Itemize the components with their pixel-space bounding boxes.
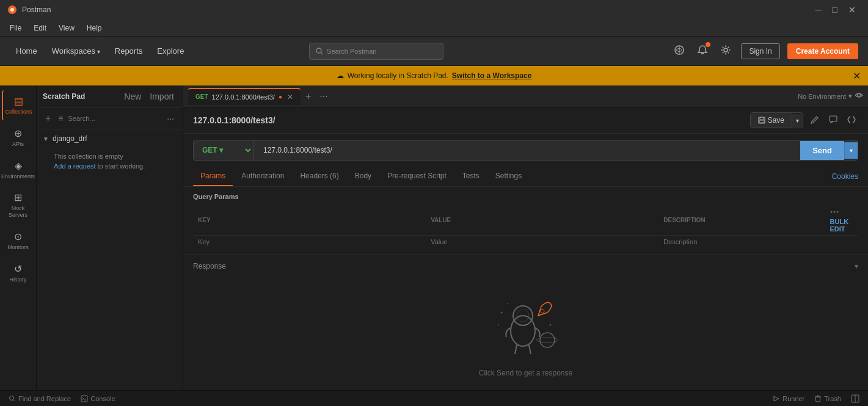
active-tab[interactable]: GET 127.0.0.1:8000/test3/ ● ✕ [188,88,301,105]
code-icon-btn[interactable] [845,113,858,128]
comment-icon [829,115,837,124]
nav-explore[interactable]: Explore [151,44,190,58]
desc-input[interactable] [663,238,820,245]
add-tab-button[interactable]: + [302,91,315,102]
url-input[interactable] [258,141,795,159]
sidebar-history-label: History [9,277,26,283]
tab-headers[interactable]: Headers (6) [293,167,346,186]
request-area: GET 127.0.0.1:8000/test3/ ● ✕ + ··· No E… [183,85,868,390]
close-button[interactable]: ✕ [844,5,861,15]
new-button[interactable]: New [122,90,144,103]
filter-btn[interactable]: ≡ [56,112,65,125]
send-main-button[interactable]: Send [800,141,844,160]
bulk-edit-btn[interactable]: Bulk Edit [830,218,849,233]
astronaut-illustration [489,288,563,361]
import-button[interactable]: Import [147,90,177,103]
banner-icon: ☁ [337,71,344,80]
query-params-title: Query Params [193,193,858,200]
send-button-group: Send ▾ [800,141,858,160]
sidebar-item-apis[interactable]: ⊕ APIs [2,123,35,153]
switch-workspace-link[interactable]: Switch to a Workspace [452,71,531,80]
collection-django-drf[interactable]: ▼ django_drf [37,129,183,148]
key-input[interactable] [198,238,421,245]
settings-btn[interactable] [718,42,734,60]
desc-input-cell[interactable] [658,236,825,248]
workspace-banner: ☁ Working locally in Scratch Pad. Switch… [0,66,868,85]
layout-btn[interactable] [848,394,862,403]
sidebar-item-monitors[interactable]: ⊙ Monitors [2,226,35,256]
sidebar-mock-label: Mock Servers [4,205,32,219]
menu-help[interactable]: Help [82,22,107,34]
gear-icon [720,45,731,56]
tab-close-icon[interactable]: ✕ [287,93,293,101]
sidebar-item-collections[interactable]: ▤ Collections [2,90,35,120]
svg-rect-11 [830,116,837,121]
env-dropdown-icon[interactable]: ▾ [848,92,852,100]
create-account-button[interactable]: Create Account [787,43,858,59]
tab-pre-request[interactable]: Pre-request Script [380,167,454,186]
add-request-link[interactable]: Add a request [54,162,96,170]
env-visibility-toggle[interactable] [855,91,863,101]
tab-body[interactable]: Body [348,167,379,186]
svg-line-3 [321,53,323,54]
menu-file[interactable]: File [5,22,26,34]
more-tabs-button[interactable]: ··· [316,91,331,102]
svg-point-19 [500,312,502,314]
menu-view[interactable]: View [54,22,79,34]
cookies-link[interactable]: Cookies [832,172,858,181]
minimize-button[interactable]: ─ [811,5,826,15]
value-input-cell[interactable] [426,236,658,248]
notification-badge [706,42,710,47]
response-toggle-icon[interactable]: ▾ [855,262,858,270]
find-replace-btn[interactable]: Find and Replace [6,395,73,402]
trash-btn[interactable]: Trash [812,394,844,403]
env-label: No Environment [798,93,846,100]
tab-authorization[interactable]: Authorization [234,167,291,186]
collection-name: django_drf [53,134,87,143]
value-input[interactable] [431,238,654,245]
edit-icon-btn[interactable] [808,113,822,128]
svg-point-6 [724,48,728,52]
method-select[interactable]: GET ▾ POST ▾ PUT ▾ DELETE ▾ PATCH ▾ [194,140,253,160]
satellite-icon-btn[interactable] [671,42,687,60]
tab-params[interactable]: Params [193,167,233,186]
request-tabs: Params Authorization Headers (6) Body Pr… [183,167,868,187]
maximize-button[interactable]: □ [828,5,842,15]
save-main-button[interactable]: Save [751,113,792,128]
key-input-cell[interactable] [193,236,426,248]
sidebar-item-mock-servers[interactable]: ⊞ Mock Servers [2,187,35,223]
svg-point-14 [836,211,838,213]
status-bar: Find and Replace Console Runner Trash [0,390,868,406]
svg-point-21 [549,324,551,326]
notification-btn[interactable] [695,42,710,60]
runner-btn[interactable]: Runner [770,394,807,403]
tab-tests[interactable]: Tests [455,167,487,186]
more-options-btn[interactable]: ··· [164,112,177,125]
request-name-header: 127.0.0.1:8000/test3/ Save ▾ [183,107,868,134]
nav-reports[interactable]: Reports [109,44,149,58]
menu-edit[interactable]: Edit [29,22,51,34]
nav-home[interactable]: Home [10,44,43,58]
comment-icon-btn[interactable] [826,113,840,128]
sidebar-collections-label: Collections [5,109,32,115]
svg-line-26 [13,399,15,401]
sidebar-item-history[interactable]: ↺ History [2,258,35,288]
send-dropdown-button[interactable]: ▾ [844,142,858,159]
svg-marker-29 [774,396,779,401]
sidebar-item-environments[interactable]: ◈ Environments [2,155,35,185]
more-params-btn[interactable] [830,208,839,218]
sidebar-apis-label: APIs [12,141,24,148]
nav-workspaces[interactable]: Workspaces [46,44,106,58]
save-button-group: Save ▾ [750,112,803,128]
search-bar[interactable]: Search Postman [309,43,443,60]
console-btn[interactable]: Console [78,395,117,402]
sign-in-button[interactable]: Sign In [741,43,779,59]
svg-point-18 [541,310,544,313]
save-dropdown-button[interactable]: ▾ [792,114,803,127]
add-collection-btn[interactable]: + [43,112,53,125]
banner-close-button[interactable]: ✕ [853,70,861,82]
key-header: KEY [193,205,426,236]
svg-point-12 [830,211,832,213]
collection-search-input[interactable] [68,115,162,122]
tab-settings[interactable]: Settings [488,167,529,186]
